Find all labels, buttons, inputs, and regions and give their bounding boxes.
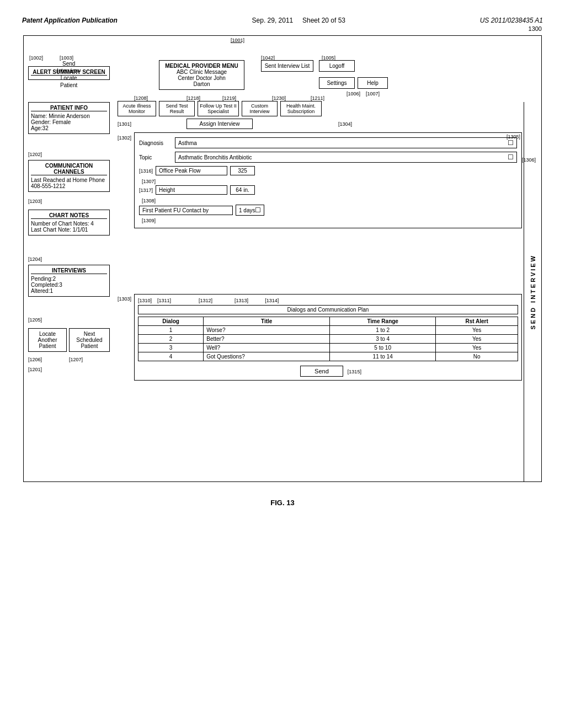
row3-alert: Yes [436, 344, 518, 352]
peak-flow-label-box: Office Peak Flow [156, 166, 227, 175]
locate-patient-btn[interactable]: Locate Another Patient [28, 328, 67, 352]
send-interview-bar[interactable]: SEND INTERVIEW [524, 102, 541, 481]
col-title: Title [204, 317, 330, 326]
assign-interview-btn[interactable]: Assign Interview [186, 119, 253, 129]
ref-1219: [1219] [222, 95, 236, 101]
chart-header: CHART NOTES [31, 212, 107, 219]
publication-label: Patent Application Publication [22, 17, 118, 24]
date-label: Sep. 29, 2011 [252, 17, 294, 24]
alert-summary-box: ALERT SUMMARY SCREEN [28, 66, 110, 80]
tab-send-test[interactable]: Send Test Result [159, 101, 195, 116]
peak-flow-value[interactable]: 325 [230, 166, 255, 175]
comm-header: COMMUNICATION CHANNELS [31, 163, 107, 175]
tab-custom[interactable]: Custom Interview [242, 101, 278, 116]
ref-1211: [1211] [311, 95, 324, 101]
height-value[interactable]: 64 in. [230, 185, 255, 195]
table-row: 4 Got Questions? 11 to 14 No [138, 352, 518, 361]
sent-interview-box: Sent Interview List [261, 60, 313, 72]
topic-row: Topic Asthmatic Bronchitis Antibiotic ☐ [139, 152, 517, 163]
diagnosis-input[interactable]: Asthma ☐ [175, 137, 517, 148]
ref-1206: [1206] [28, 357, 42, 362]
chart-text1: Number of Chart Notes: 4 [31, 221, 107, 227]
row1-range: 1 to 2 [330, 326, 436, 335]
patient-info-box: PATIENT INFO Name: Minnie Anderson Gende… [28, 102, 110, 134]
row2-title: Better? [204, 335, 330, 344]
darton: Darton [162, 81, 242, 87]
topic-input[interactable]: Asthmatic Bronchitis Antibiotic ☐ [175, 152, 517, 163]
ref-1308-label: [1308] [142, 198, 517, 204]
outer-diagram-box: [1001] [1002] [1003] Send Interview- Loc… [23, 35, 542, 482]
tab-follow-up[interactable]: Follow Up Test II Specialist [198, 101, 239, 116]
interviews-text2: Completed:3 [31, 282, 107, 288]
patient-label: Patient [57, 82, 81, 89]
ref-1001-line [231, 42, 242, 43]
dialog-table: Dialog Title Time Range Rst Alert 1 Wors… [138, 317, 518, 361]
chart-notes-box: CHART NOTES Number of Chart Notes: 4 Las… [28, 210, 110, 235]
diagnosis-value: Asthma [178, 140, 197, 146]
diagnosis-icon: ☐ [508, 139, 514, 147]
ref-1007: [1007] [366, 91, 380, 97]
dialog-section-title: Dialogs and Communication Plan [138, 305, 518, 314]
row4-alert: No [436, 352, 518, 361]
header-center: Sep. 29, 2011 Sheet 20 of 53 [252, 17, 345, 24]
height-row: [1317] Height 64 in. [139, 185, 517, 195]
row3-title: Well? [204, 344, 330, 352]
next-patient-btn[interactable]: Next Scheduled Patient [69, 328, 110, 352]
tab-acute-illness[interactable]: Acute Illness Monitor [118, 101, 156, 116]
ref-1205: [1205] [28, 317, 42, 323]
logoff-btn[interactable]: Logoff [319, 60, 355, 72]
ref-1302: [1302] [118, 135, 131, 141]
abc-clinic: ABC Clinic Message [162, 69, 242, 75]
ref-1314: [1314] [265, 298, 279, 303]
fu-icon: ☐ [255, 206, 261, 214]
ref-1006: [1006] [347, 91, 360, 97]
medical-provider-menu: MEDICAL PROVIDER MENU ABC Clinic Message… [159, 60, 244, 90]
interviews-text1: Pending:2 [31, 276, 107, 282]
ref-1313: [1313] [234, 298, 248, 303]
fu-value-box[interactable]: 1 days ☐ [236, 205, 264, 216]
comm-text: Last Reached at Home Phone 408-555-1212 [31, 177, 107, 189]
table-row: 3 Well? 5 to 10 Yes [138, 344, 518, 352]
ref-1202: [1202] [28, 152, 42, 157]
settings-btn[interactable]: Settings [319, 77, 355, 89]
ref-1309-label: [1309] [142, 218, 517, 223]
row2-alert: Yes [436, 335, 518, 344]
ref-1317-inline: [1317] [139, 188, 153, 193]
ref-1305: [1305] [507, 134, 520, 140]
dialog-ref-row: [1310] [1311] [1312] [1313] [1314] [138, 298, 518, 303]
row2-range: 3 to 4 [330, 335, 436, 344]
ref-1316-inline: [1316] [139, 168, 153, 174]
send-interview-label: SEND INTERVIEW [530, 254, 536, 330]
topic-value: Asthmatic Bronchitis Antibiotic [178, 154, 252, 160]
patient-name: Name: Minnie Anderson [31, 113, 107, 119]
ref-1218: [1218] [186, 95, 200, 101]
ref-1230: [1230] [272, 95, 286, 101]
ref-1310: [1310] [138, 298, 152, 303]
send-btn-row: Send [1315] [138, 366, 518, 377]
col-rst-alert: Rst Alert [436, 317, 518, 326]
send-button[interactable]: Send [300, 366, 343, 377]
tab-health-maint[interactable]: Health Maint. Subscription [280, 101, 322, 116]
diagnosis-row: Diagnosis Asthma ☐ [139, 137, 517, 148]
main-form-box: [1305] Diagnosis Asthma ☐ Topic Asthmati… [134, 132, 522, 228]
col-dialog: Dialog [138, 317, 204, 326]
interviews-box: INTERVIEWS Pending:2 Completed:3 Altered… [28, 265, 110, 297]
topic-label: Topic [139, 154, 172, 160]
help-btn[interactable]: Help [358, 77, 388, 89]
ref-1208: [1208] [134, 95, 148, 101]
ref-1203: [1203] [28, 199, 42, 204]
ref-1303: [1303] [118, 296, 131, 302]
ref-1315-label: [1315] [348, 369, 361, 374]
fu-label-box: First Patient FU Contact by [139, 206, 233, 215]
height-label-box: Height [156, 185, 227, 195]
ref-1207: [1207] [69, 357, 83, 362]
height-label: Height [159, 187, 175, 193]
peak-flow-row: [1316] Office Peak Flow 325 [139, 166, 517, 175]
alert-header: ALERT SUMMARY SCREEN [31, 69, 107, 76]
chart-text2: Last Chart Note: 1/1/01 [31, 227, 107, 233]
patient-gender: Gender: Female [31, 119, 107, 125]
dialog-table-body: 1 Worse? 1 to 2 Yes 2 Better? 3 to 4 Yes [138, 326, 518, 361]
peak-flow-label: Office Peak Flow [159, 168, 200, 174]
topic-icon: ☐ [508, 153, 514, 161]
comm-channels-box: COMMUNICATION CHANNELS Last Reached at H… [28, 160, 110, 192]
